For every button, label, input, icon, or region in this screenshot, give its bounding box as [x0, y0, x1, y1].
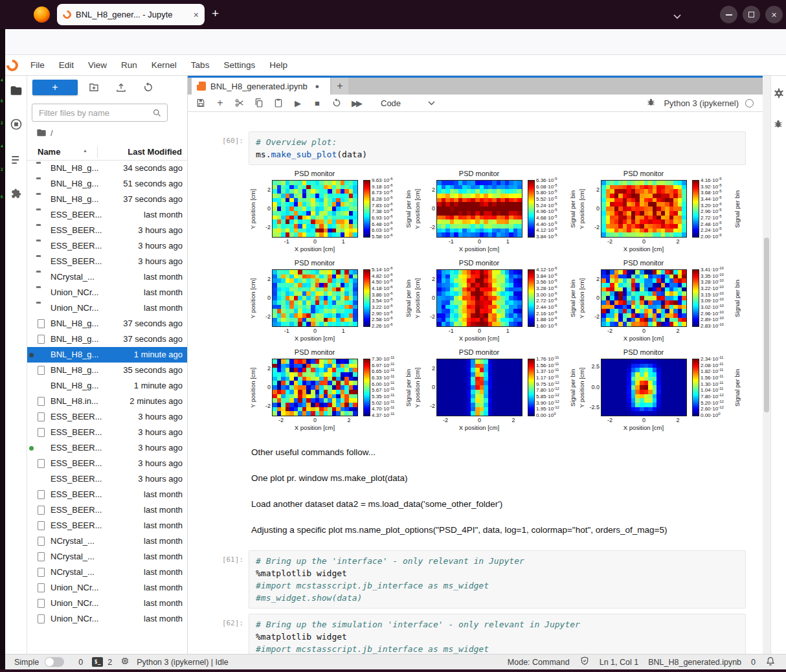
- list-tabs-chevron-icon[interactable]: [673, 10, 681, 22]
- scrollbar-thumb[interactable]: [764, 238, 769, 412]
- breadcrumb[interactable]: /: [36, 126, 53, 139]
- save-button[interactable]: [196, 98, 206, 108]
- file-row[interactable]: BNL_H8_g...34 seconds ago: [27, 161, 187, 176]
- code-cell[interactable]: [60]:# Overview plot:ms.make_sub_plot(da…: [212, 131, 746, 165]
- file-row[interactable]: Union_NCr...last month: [27, 285, 187, 300]
- column-header-modified[interactable]: Last Modified: [128, 147, 182, 157]
- file-row[interactable]: NCrystal_...last month: [27, 565, 187, 580]
- close-window-button[interactable]: ×: [765, 6, 783, 23]
- cell-editor[interactable]: # Bring up the 'interface' - only releva…: [249, 550, 746, 609]
- menu-view[interactable]: View: [81, 60, 114, 70]
- file-row[interactable]: ESS_BEER...last month: [27, 487, 187, 502]
- maximize-button[interactable]: [743, 6, 760, 23]
- file-browser-tab-icon[interactable]: [10, 84, 23, 97]
- cell-editor[interactable]: # Bring up the simulation 'interface' - …: [249, 614, 746, 654]
- terminal-icon[interactable]: $_: [92, 657, 103, 667]
- cell-type-dropdown[interactable]: Code: [381, 98, 435, 108]
- bell-icon[interactable]: [765, 656, 776, 668]
- file-row[interactable]: ESS_BEER...3 hours ago: [27, 409, 187, 425]
- file-row[interactable]: ESS_BEER...3 hours ago: [27, 471, 187, 487]
- restart-run-all-button[interactable]: ▶▶: [351, 98, 361, 108]
- new-launcher-button[interactable]: +: [32, 80, 78, 95]
- y-tick-label: -2: [430, 313, 435, 320]
- property-inspector-gears-icon[interactable]: [773, 87, 785, 99]
- menu-help[interactable]: Help: [262, 60, 295, 70]
- figure-yticks: 20-2: [257, 180, 271, 236]
- browser-tab[interactable]: BNL_H8_gener... - Jupyte ×: [57, 4, 205, 25]
- refresh-icon[interactable]: [142, 82, 154, 93]
- upload-icon[interactable]: [115, 82, 127, 93]
- file-row[interactable]: ESS_BEER...last month: [27, 502, 187, 518]
- menu-kernel[interactable]: Kernel: [144, 60, 184, 70]
- simple-mode-toggle[interactable]: [45, 657, 64, 667]
- menu-tabs[interactable]: Tabs: [184, 60, 217, 70]
- debugger-bug-icon[interactable]: [646, 97, 656, 109]
- insert-cell-button[interactable]: +: [215, 98, 225, 108]
- file-row[interactable]: Union_NCr...last month: [27, 300, 187, 316]
- home-folder-icon[interactable]: [36, 128, 47, 138]
- figure-ylabel: Y position [cm]: [578, 359, 585, 416]
- file-row[interactable]: Union_NCr...last month: [27, 580, 187, 596]
- file-row[interactable]: ESS_BEER...3 hours ago: [27, 223, 187, 238]
- file-row[interactable]: NCrystal_...last month: [27, 549, 187, 565]
- file-row[interactable]: ESS_BEER...3 hours ago: [27, 440, 187, 456]
- file-row[interactable]: NCrystal_...last month: [27, 269, 187, 285]
- filter-files-input[interactable]: [38, 107, 152, 118]
- file-name: ESS_BEER...: [51, 256, 102, 266]
- file-row[interactable]: Union_NCr...last month: [27, 611, 187, 627]
- sort-ascending-icon[interactable]: ▲: [83, 148, 87, 153]
- paste-cell-button[interactable]: [273, 98, 284, 108]
- file-icon: [38, 521, 45, 530]
- code-cell[interactable]: [62]:# Bring up the simulation 'interfac…: [212, 614, 746, 654]
- menu-file[interactable]: File: [23, 60, 52, 70]
- debugger-sidebar-bug-icon[interactable]: [773, 118, 785, 130]
- notebook-content: [60]:# Overview plot:ms.make_sub_plot(da…: [188, 112, 763, 654]
- new-tab-button[interactable]: +: [212, 6, 219, 21]
- minimize-button[interactable]: [720, 6, 737, 23]
- file-row[interactable]: BNL_H8_g...37 seconds ago: [27, 316, 187, 331]
- file-row[interactable]: BNL_H8.in...2 minutes ago: [27, 394, 187, 409]
- scrollbar[interactable]: [763, 76, 770, 654]
- cursor-position[interactable]: Ln 1, Col 1: [600, 658, 638, 667]
- restart-kernel-button[interactable]: [331, 98, 342, 108]
- menu-settings[interactable]: Settings: [216, 60, 262, 70]
- close-tab-icon[interactable]: ×: [194, 10, 199, 20]
- interrupt-kernel-button[interactable]: ■: [312, 98, 322, 108]
- file-row[interactable]: ESS_BEER...3 hours ago: [27, 456, 187, 471]
- file-row[interactable]: ESS_BEER...3 hours ago: [27, 425, 187, 440]
- file-row[interactable]: ESS_BEER...3 hours ago: [27, 254, 187, 269]
- file-row[interactable]: ESS_BEER...last month: [27, 518, 187, 533]
- file-row[interactable]: BNL_H8_g...37 seconds ago: [27, 192, 187, 207]
- file-row[interactable]: Union_NCr...last month: [27, 596, 187, 611]
- code-cell[interactable]: [61]:# Bring up the 'interface' - only r…: [212, 550, 746, 609]
- command-mode-indicator[interactable]: Mode: Command: [508, 658, 570, 667]
- breadcrumb-root[interactable]: /: [51, 128, 53, 138]
- kernel-chip-icon[interactable]: [120, 656, 130, 668]
- file-row[interactable]: ESS_BEER...3 hours ago: [27, 238, 187, 254]
- menu-edit[interactable]: Edit: [52, 60, 81, 70]
- run-cell-button[interactable]: ▶: [293, 98, 303, 108]
- new-launcher-tab-button[interactable]: +: [331, 78, 348, 95]
- filter-files-box[interactable]: [32, 104, 168, 122]
- file-row[interactable]: NCrystal_...last month: [27, 533, 187, 549]
- file-row[interactable]: BNL_H8_g...1 minute ago: [27, 347, 187, 363]
- cell-editor[interactable]: # Overview plot:ms.make_sub_plot(data): [249, 131, 746, 165]
- column-header-name[interactable]: Name: [38, 147, 60, 157]
- kernel-status-text[interactable]: Python 3 (ipykernel) | Idle: [137, 658, 229, 667]
- extension-manager-tab-icon[interactable]: [10, 187, 23, 200]
- copy-cell-button[interactable]: [254, 98, 264, 108]
- notebook-tab[interactable]: BNL_H8_generated.ipynb ●: [192, 78, 330, 95]
- file-row[interactable]: ESS_BEER...last month: [27, 207, 187, 223]
- table-of-contents-tab-icon[interactable]: [10, 153, 23, 166]
- file-row[interactable]: BNL_H8_g...51 seconds ago: [27, 176, 187, 192]
- file-row[interactable]: BNL_H8_g...37 seconds ago: [27, 331, 187, 347]
- kernel-name[interactable]: Python 3 (ipykernel): [664, 98, 739, 108]
- menu-run[interactable]: Run: [114, 60, 144, 70]
- cut-cell-button[interactable]: [234, 98, 245, 108]
- running-kernels-tab-icon[interactable]: [10, 118, 23, 131]
- file-row[interactable]: BNL_H8_g...1 minute ago: [27, 378, 187, 394]
- code-line: %matplotlib widget: [256, 631, 739, 643]
- file-row[interactable]: BNL_H8_g...35 seconds ago: [27, 363, 187, 378]
- kernel-status-icon[interactable]: [745, 99, 754, 107]
- new-folder-icon[interactable]: [88, 82, 100, 93]
